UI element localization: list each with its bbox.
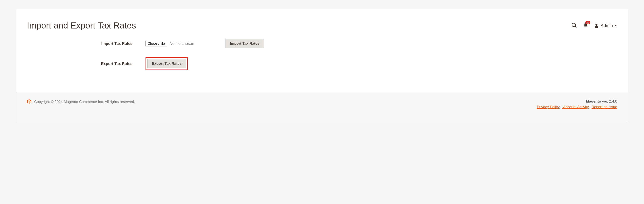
export-highlight-box: Export Tax Rates [146, 57, 188, 70]
magento-logo-icon [27, 99, 31, 104]
account-activity-link[interactable]: Account Activity [562, 105, 589, 109]
file-status-text: No file chosen [170, 42, 194, 46]
notification-badge: 39 [585, 21, 590, 24]
page-header: Import and Export Tax Rates 39 [16, 9, 628, 37]
footer-links: Privacy Policy| Account Activity|Report … [537, 105, 617, 109]
import-controls: Choose file No file chosen [146, 41, 194, 46]
admin-user-dropdown[interactable]: Admin ▼ [594, 23, 617, 28]
header-actions: 39 Admin ▼ [571, 22, 617, 29]
version-line: Magento ver. 2.4.0 [537, 99, 617, 104]
svg-point-2 [596, 24, 598, 26]
separator: | [589, 105, 592, 109]
notifications-button[interactable]: 39 [583, 23, 588, 29]
export-row: Export Tax Rates Export Tax Rates [27, 57, 617, 70]
export-tax-rates-button[interactable]: Export Tax Rates [148, 59, 186, 68]
privacy-policy-link[interactable]: Privacy Policy [537, 105, 560, 109]
separator: | [560, 105, 562, 109]
page-title: Import and Export Tax Rates [27, 21, 136, 31]
choose-file-button[interactable]: Choose file [146, 41, 167, 46]
footer-left: Copyright © 2024 Magento Commerce Inc. A… [27, 99, 135, 104]
version-text: ver. 2.4.0 [601, 99, 617, 103]
export-label: Export Tax Rates [27, 62, 146, 66]
export-controls: Export Tax Rates [146, 57, 188, 70]
footer-right: Magento ver. 2.4.0 Privacy Policy| Accou… [537, 99, 617, 109]
import-label: Import Tax Rates [27, 42, 146, 46]
import-row: Import Tax Rates Choose file No file cho… [27, 39, 617, 48]
user-icon [594, 23, 599, 28]
report-issue-link[interactable]: Report an issue [592, 105, 617, 109]
search-icon[interactable] [571, 22, 577, 29]
copyright-text: Copyright © 2024 Magento Commerce Inc. A… [34, 100, 135, 104]
import-button-cell: Import Tax Rates [226, 39, 264, 48]
page-footer: Copyright © 2024 Magento Commerce Inc. A… [16, 92, 628, 122]
admin-label: Admin [601, 23, 613, 28]
brand-name: Magento [586, 99, 601, 103]
import-tax-rates-button[interactable]: Import Tax Rates [226, 39, 264, 48]
admin-panel: Import and Export Tax Rates 39 [16, 9, 628, 122]
caret-down-icon: ▼ [615, 24, 617, 27]
svg-line-1 [575, 26, 576, 28]
svg-point-0 [572, 23, 576, 27]
main-content: Import Tax Rates Choose file No file cho… [16, 37, 628, 92]
